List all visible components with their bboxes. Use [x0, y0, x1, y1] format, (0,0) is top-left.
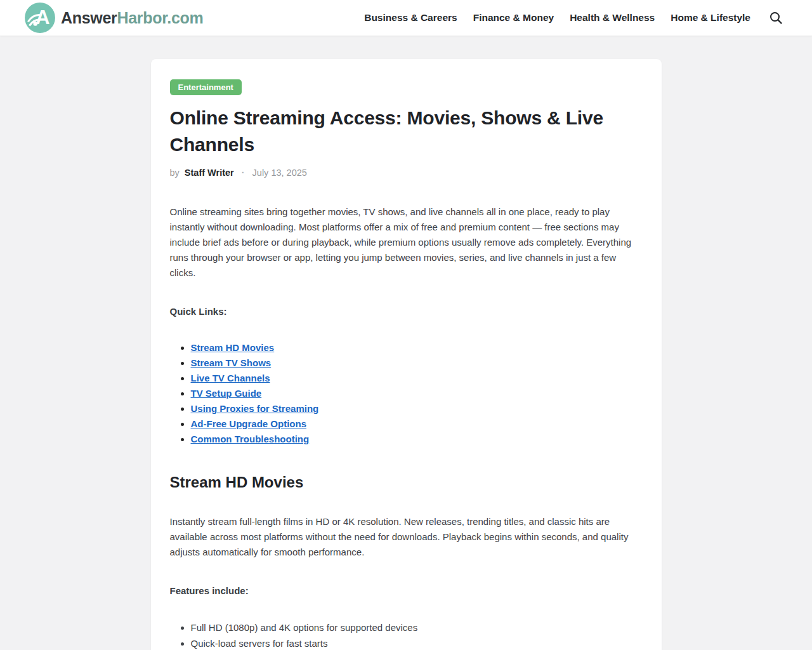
list-item: Common Troubleshooting	[191, 432, 643, 447]
list-item: Ad-Free Upgrade Options	[191, 416, 643, 432]
site-logo[interactable]: A AnswerHarbor.com	[24, 2, 203, 34]
byline-separator: ·	[242, 168, 245, 178]
list-item: Live TV Channels	[191, 371, 643, 386]
section-paragraph: Instantly stream full-length films in HD…	[170, 514, 639, 560]
logo-wave-icon: A	[24, 2, 56, 34]
article-card: Entertainment Online Streaming Access: M…	[151, 59, 662, 650]
byline: by Staff Writer · July 13, 2025	[170, 168, 643, 178]
nav-item-health-wellness[interactable]: Health & Wellness	[570, 12, 655, 23]
nav-item-business-careers[interactable]: Business & Careers	[364, 12, 457, 23]
list-item: Using Proxies for Streaming	[191, 401, 643, 416]
list-item: Stream TV Shows	[191, 355, 643, 371]
site-header: A AnswerHarbor.com Business & Careers Fi…	[0, 0, 812, 36]
list-item: Stream HD Movies	[191, 340, 643, 355]
search-icon[interactable]	[769, 11, 783, 25]
features-heading: Features include:	[170, 585, 643, 596]
byline-prefix: by	[170, 168, 180, 178]
link-using-proxies[interactable]: Using Proxies for Streaming	[191, 403, 319, 414]
features-list: Full HD (1080p) and 4K options for suppo…	[170, 620, 643, 650]
author-link[interactable]: Staff Writer	[185, 168, 234, 178]
main-nav: Business & Careers Finance & Money Healt…	[364, 11, 783, 25]
link-common-troubleshooting[interactable]: Common Troubleshooting	[191, 434, 310, 444]
link-live-tv-channels[interactable]: Live TV Channels	[191, 373, 270, 383]
svg-text:A: A	[36, 6, 50, 29]
nav-item-finance-money[interactable]: Finance & Money	[473, 12, 554, 23]
post-date: July 13, 2025	[252, 168, 307, 178]
intro-paragraph: Online streaming sites bring together mo…	[170, 204, 639, 281]
list-item: TV Setup Guide	[191, 386, 643, 401]
category-badge[interactable]: Entertainment	[170, 79, 242, 95]
list-item: Quick-load servers for fast starts	[191, 636, 643, 650]
nav-item-home-lifestyle[interactable]: Home & Lifestyle	[671, 12, 750, 23]
section-heading-stream-hd-movies: Stream HD Movies	[170, 474, 643, 491]
site-title: AnswerHarbor.com	[61, 9, 203, 27]
page-title: Online Streaming Access: Movies, Shows &…	[170, 105, 643, 158]
link-stream-tv-shows[interactable]: Stream TV Shows	[191, 357, 272, 368]
link-stream-hd-movies[interactable]: Stream HD Movies	[191, 342, 275, 353]
link-ad-free-upgrade[interactable]: Ad-Free Upgrade Options	[191, 418, 307, 429]
link-tv-setup-guide[interactable]: TV Setup Guide	[191, 388, 262, 399]
quick-links-list: Stream HD Movies Stream TV Shows Live TV…	[170, 340, 643, 447]
quick-links-heading: Quick Links:	[170, 306, 643, 317]
list-item: Full HD (1080p) and 4K options for suppo…	[191, 620, 643, 636]
